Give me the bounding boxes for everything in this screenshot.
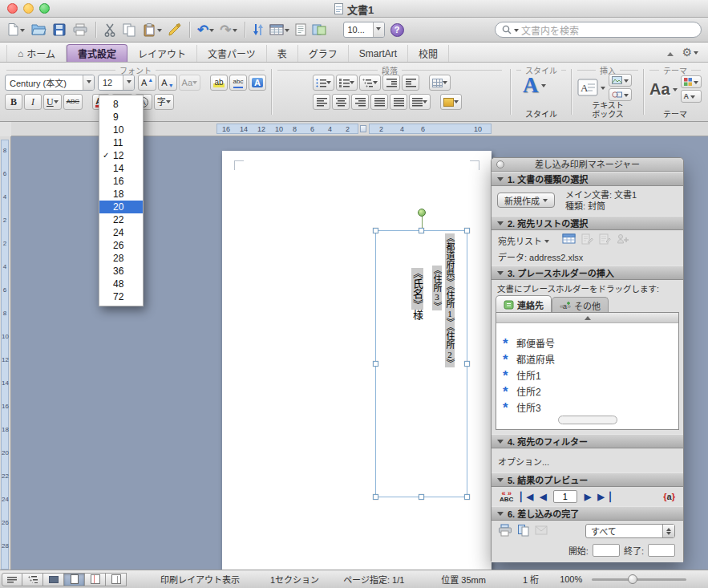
open-button[interactable] bbox=[30, 20, 47, 39]
cut-button[interactable] bbox=[103, 20, 116, 39]
font-size-option[interactable]: 16 bbox=[99, 175, 143, 188]
more-tab[interactable]: «a» その他 bbox=[552, 297, 609, 313]
decrease-indent-button[interactable] bbox=[382, 75, 400, 91]
show-marks-button[interactable] bbox=[295, 20, 306, 39]
search-input[interactable]: 文書内を検索 bbox=[495, 22, 702, 38]
phonetic-guide-button[interactable]: abc bbox=[229, 75, 247, 91]
record-number-input[interactable] bbox=[553, 490, 577, 503]
font-size-option[interactable]: 26 bbox=[99, 239, 143, 252]
tab-home[interactable]: ⌂ホーム bbox=[6, 45, 67, 62]
resize-handle[interactable] bbox=[464, 361, 470, 367]
highlight-fields-button[interactable]: {a} bbox=[663, 492, 675, 501]
section-6-header[interactable]: 6. 差し込みの完了 bbox=[492, 506, 683, 521]
multilevel-list-button[interactable] bbox=[359, 75, 381, 91]
document-page[interactable]: 《都道府県》《住所1》《住所2》 《住所3》 《氏名》様 bbox=[222, 151, 492, 570]
font-size-option[interactable]: 36 bbox=[99, 265, 143, 278]
justify-button[interactable] bbox=[370, 94, 388, 110]
tab-document-parts[interactable]: 文書パーツ bbox=[197, 45, 267, 62]
grid-settings-button[interactable] bbox=[429, 75, 451, 91]
range-end-input[interactable] bbox=[648, 544, 675, 557]
section-1-header[interactable]: 1. 文書の種類の選択 bbox=[492, 172, 683, 186]
align-left-button[interactable] bbox=[313, 94, 330, 110]
highlight-button[interactable]: ab bbox=[210, 75, 228, 91]
insert-textbox-button[interactable]: A bbox=[577, 79, 605, 96]
shading-button[interactable] bbox=[440, 94, 462, 110]
themes-button-label[interactable]: テーマ bbox=[645, 110, 706, 119]
resize-handle[interactable] bbox=[419, 494, 424, 500]
insert-table-button[interactable] bbox=[269, 20, 289, 39]
edit-data-source-button[interactable] bbox=[581, 233, 593, 245]
distribute-text-button[interactable] bbox=[390, 94, 407, 110]
redo-button[interactable]: ↷ bbox=[220, 20, 237, 39]
next-record-button[interactable]: ▶ bbox=[585, 492, 590, 502]
outline-view-button[interactable] bbox=[22, 573, 43, 586]
resize-handle[interactable] bbox=[464, 228, 470, 233]
print-button[interactable] bbox=[72, 20, 88, 39]
font-size-option[interactable]: 24 bbox=[99, 226, 143, 239]
font-size-option[interactable]: 28 bbox=[99, 252, 143, 265]
undo-button[interactable]: ↶ bbox=[197, 20, 214, 39]
publishing-layout-view-button[interactable] bbox=[43, 573, 64, 586]
shrink-font-button[interactable]: A▼ bbox=[158, 75, 176, 91]
view-merged-data-button[interactable]: « » ABC bbox=[500, 490, 513, 503]
last-record-button[interactable]: ▶▕ bbox=[597, 492, 609, 502]
merge-field[interactable]: 《住所2》 bbox=[445, 327, 455, 368]
font-size-option[interactable]: 72 bbox=[99, 290, 143, 303]
scroll-pill[interactable] bbox=[558, 416, 617, 424]
font-name-combo[interactable]: Century (本文) bbox=[5, 75, 95, 91]
notebook-layout-view-button[interactable] bbox=[85, 573, 106, 586]
filter-options-button[interactable]: オプション... bbox=[498, 455, 549, 468]
italic-button[interactable]: I bbox=[24, 94, 42, 110]
save-button[interactable] bbox=[52, 20, 67, 39]
font-size-option[interactable]: 20 bbox=[99, 201, 143, 213]
font-size-option[interactable]: 11 bbox=[99, 136, 143, 149]
insert-shape-button[interactable] bbox=[609, 88, 632, 101]
text-direction-button[interactable] bbox=[253, 20, 264, 39]
ruby-button[interactable]: 字 bbox=[154, 94, 174, 110]
section-3-header[interactable]: 3. プレースホルダーの挿入 bbox=[492, 266, 683, 280]
create-new-button[interactable]: 新規作成 bbox=[497, 193, 555, 208]
merge-to-new-document-button[interactable] bbox=[517, 524, 530, 537]
merge-to-email-button[interactable] bbox=[535, 525, 548, 535]
new-document-button[interactable] bbox=[6, 20, 25, 39]
styles-button[interactable]: A bbox=[523, 74, 546, 96]
change-case-button[interactable]: Aa bbox=[179, 75, 200, 91]
font-size-option[interactable]: 14 bbox=[99, 162, 143, 175]
font-size-option[interactable]: 9 bbox=[99, 111, 143, 124]
envelope-textbox[interactable]: 《都道府県》《住所1》《住所2》 《住所3》 《氏名》様 bbox=[375, 230, 467, 497]
draft-view-button[interactable] bbox=[2, 573, 22, 586]
placeholder-item[interactable]: *郵便番号 bbox=[496, 335, 678, 351]
merge-field[interactable]: 《氏名》 bbox=[411, 268, 423, 310]
copy-button[interactable] bbox=[122, 20, 136, 39]
rotation-handle[interactable] bbox=[418, 209, 426, 217]
theme-colors-button[interactable] bbox=[681, 75, 702, 88]
section-2-header[interactable]: 2. 宛先リストの選択 bbox=[492, 216, 683, 230]
increase-indent-button[interactable] bbox=[402, 75, 419, 91]
themes-button[interactable]: Aa bbox=[649, 80, 678, 99]
help-button[interactable]: ? bbox=[390, 23, 404, 37]
numbering-button[interactable] bbox=[336, 75, 358, 91]
page-indicator[interactable]: ページ指定: 1/1 bbox=[343, 573, 404, 586]
paste-button[interactable] bbox=[142, 20, 162, 39]
vertical-ruler[interactable]: 8642246810121416182022242628 bbox=[0, 136, 11, 570]
grow-font-button[interactable]: A▲ bbox=[138, 75, 156, 91]
placeholder-item[interactable]: *住所3 bbox=[496, 399, 678, 415]
scroll-up-button[interactable] bbox=[496, 313, 678, 323]
print-layout-view-button[interactable] bbox=[64, 573, 85, 586]
align-center-button[interactable] bbox=[332, 94, 350, 110]
zoom-slider-thumb[interactable] bbox=[628, 574, 637, 584]
zoom-slider[interactable] bbox=[592, 578, 686, 581]
tab-smartart[interactable]: SmartArt bbox=[349, 45, 408, 62]
resize-handle[interactable] bbox=[373, 494, 378, 500]
align-right-button[interactable] bbox=[351, 94, 369, 110]
resize-handle[interactable] bbox=[464, 494, 470, 500]
range-start-input[interactable] bbox=[593, 544, 620, 557]
tab-tables[interactable]: 表 bbox=[267, 45, 298, 62]
add-recipients-button[interactable] bbox=[617, 233, 629, 245]
font-size-option[interactable]: 18 bbox=[99, 188, 143, 201]
open-data-source-button[interactable] bbox=[562, 233, 576, 245]
placeholder-item[interactable]: *住所1 bbox=[496, 367, 678, 383]
strikethrough-button[interactable]: ABC bbox=[63, 94, 83, 110]
navigation-pane-button[interactable] bbox=[312, 20, 326, 39]
placeholder-item[interactable]: *都道府県 bbox=[496, 351, 678, 367]
